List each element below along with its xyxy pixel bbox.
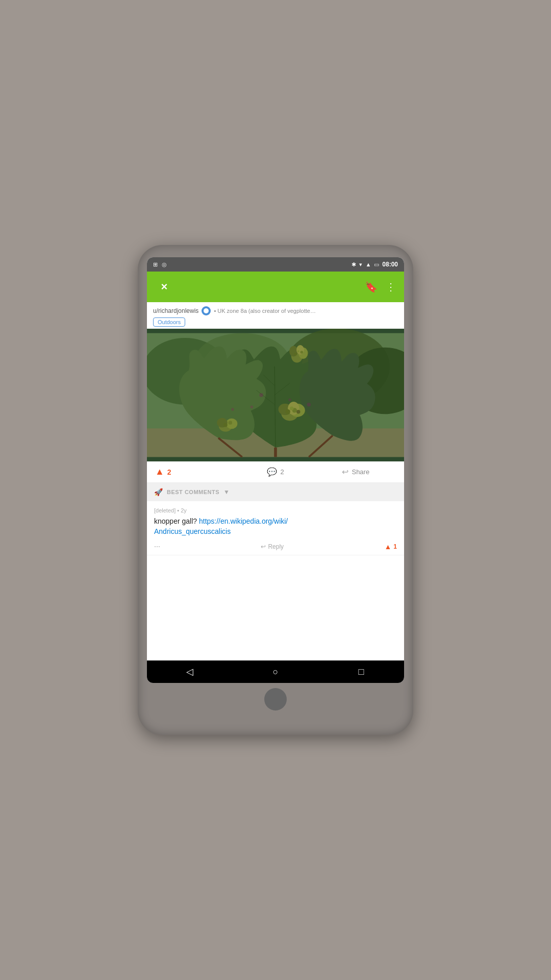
comment-actions: ⋯ ↩ Reply ▲ 1 [154, 541, 397, 551]
app-bar: × 🔖 ⋮ [147, 272, 404, 302]
post-author-line: u/richardjonlewis • UK zone 8a (also cre… [153, 306, 398, 315]
reply-icon: ↩ [261, 543, 266, 550]
plant-image-svg [147, 329, 404, 461]
comment-text: knopper gall? https://en.wikipedia.org/w… [154, 517, 397, 536]
comment-count: 2 [280, 468, 284, 476]
share-action[interactable]: ↩ Share [316, 467, 396, 477]
comment-item: [deleted] • 2y knopper gall? https://en.… [147, 501, 404, 555]
status-time: 08:00 [382, 261, 398, 268]
upvote-icon: ▲ [155, 467, 164, 477]
comment-meta: [deleted] • 2y [154, 507, 397, 513]
image-status-icon: ⊞ [153, 261, 158, 268]
bookmark-icon[interactable]: 🔖 [365, 281, 378, 293]
app-bar-actions: 🔖 ⋮ [365, 281, 396, 293]
user-flair-text: • UK zone 8a (also creator of vegplotter… [214, 308, 316, 314]
post-image [147, 329, 404, 461]
sort-arrow-icon: ▼ [223, 488, 230, 496]
share-icon: ↩ [342, 467, 348, 477]
svg-point-13 [294, 353, 297, 356]
recents-button[interactable]: □ [350, 660, 372, 683]
comments-header[interactable]: 🚀 BEST COMMENTS ▼ [147, 483, 404, 501]
status-bar-right: ✱ ▾ ▲ ▭ 08:00 [352, 261, 398, 268]
comment-action[interactable]: 💬 2 [235, 467, 315, 477]
comment-text-before: knopper gall? [154, 517, 199, 525]
sort-icon: 🚀 [154, 488, 163, 496]
username-label[interactable]: u/richardjonlewis [153, 307, 198, 314]
camera-status-icon: ◎ [162, 261, 167, 268]
svg-point-36 [307, 403, 311, 406]
svg-point-15 [297, 350, 299, 352]
status-bar-left: ⊞ ◎ [153, 261, 167, 268]
upvote-action[interactable]: ▲ 2 [155, 467, 235, 477]
action-bar: ▲ 2 💬 2 ↩ Share [147, 461, 404, 483]
more-options-icon[interactable]: ⋮ [386, 281, 396, 293]
nav-bar: ◁ ○ □ [147, 660, 404, 683]
svg-point-34 [288, 399, 291, 402]
phone-screen: ⊞ ◎ ✱ ▾ ▲ ▭ 08:00 × 🔖 ⋮ u/richardjonlewi… [147, 257, 404, 683]
svg-point-35 [251, 406, 254, 409]
share-label: Share [352, 468, 369, 476]
svg-point-12 [296, 345, 304, 355]
sort-label: BEST COMMENTS [167, 489, 219, 495]
home-button[interactable]: ○ [264, 660, 287, 683]
comment-upvote-icon[interactable]: ▲ [384, 543, 391, 551]
wifi-icon: ▾ [359, 261, 362, 268]
physical-home-button[interactable] [264, 688, 287, 710]
status-bar: ⊞ ◎ ✱ ▾ ▲ ▭ 08:00 [147, 257, 404, 272]
vote-count: 2 [167, 468, 171, 476]
svg-point-22 [290, 406, 293, 410]
reply-button[interactable]: ↩ Reply [261, 543, 284, 550]
bluetooth-icon: ✱ [352, 261, 356, 268]
comment-vote-count: 1 [393, 543, 397, 550]
signal-icon: ▲ [365, 261, 371, 267]
svg-point-20 [286, 409, 290, 414]
more-action-button[interactable]: ⋯ [154, 543, 160, 550]
svg-point-37 [231, 408, 234, 411]
svg-point-28 [229, 421, 232, 424]
flair-tag[interactable]: Outdoors [153, 317, 185, 327]
svg-point-33 [259, 393, 263, 397]
svg-point-23 [296, 410, 300, 413]
more-dots-icon: ⋯ [154, 543, 160, 550]
svg-point-27 [223, 423, 227, 427]
back-button[interactable]: ◁ [179, 660, 201, 683]
comment-vote: ▲ 1 [384, 543, 397, 551]
close-button[interactable]: × [155, 278, 173, 296]
comment-icon: 💬 [267, 467, 277, 477]
svg-point-14 [300, 351, 304, 354]
post-meta: u/richardjonlewis • UK zone 8a (also cre… [147, 302, 404, 329]
phone-frame: ⊞ ◎ ✱ ▾ ▲ ▭ 08:00 × 🔖 ⋮ u/richardjonlewi… [138, 245, 413, 735]
battery-icon: ▭ [374, 261, 379, 268]
reply-label: Reply [268, 543, 284, 550]
comment-section: [deleted] • 2y knopper gall? https://en.… [147, 501, 404, 660]
user-avatar-icon [202, 306, 211, 315]
